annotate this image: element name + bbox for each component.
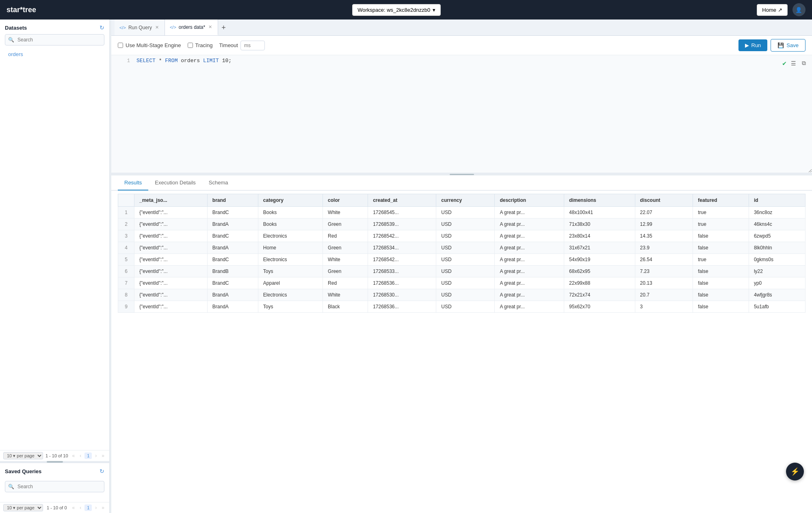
cell-category: Electronics bbox=[258, 230, 323, 242]
cell-featured: false bbox=[693, 301, 749, 313]
schema-tab[interactable]: Schema bbox=[202, 175, 235, 190]
cell-description: A great pr... bbox=[495, 289, 564, 301]
cell-color: White bbox=[323, 254, 368, 266]
avatar-icon: 👤 bbox=[795, 7, 802, 13]
cell-featured: false bbox=[693, 266, 749, 277]
datasets-refresh-button[interactable]: ↻ bbox=[100, 24, 104, 31]
cell-brand: BrandC bbox=[207, 254, 258, 266]
sq-next-page-button[interactable]: › bbox=[93, 504, 98, 511]
cell-meta: {"eventId":"... bbox=[134, 277, 208, 289]
col-header-rownum bbox=[118, 194, 134, 207]
cell-category: Electronics bbox=[258, 254, 323, 266]
datasets-search-input[interactable] bbox=[5, 34, 104, 45]
cell-discount: 22.07 bbox=[635, 207, 693, 219]
cell-description: A great pr... bbox=[495, 277, 564, 289]
saved-queries-search-input[interactable] bbox=[5, 481, 104, 492]
cell-brand: BrandA bbox=[207, 301, 258, 313]
add-tab-button[interactable]: + bbox=[218, 24, 229, 31]
cell-meta: {"eventId":"... bbox=[134, 289, 208, 301]
cell-dimensions: 23x80x14 bbox=[564, 230, 635, 242]
data-table-wrapper: _meta_jso... brand category color create… bbox=[111, 190, 812, 513]
cell-created-at: 17268530... bbox=[368, 289, 436, 301]
tracing-checkbox[interactable] bbox=[188, 43, 193, 48]
lightning-icon: ⚡ bbox=[790, 467, 799, 476]
table-row: 9 {"eventId":"... BrandA Toys Black 1726… bbox=[118, 301, 806, 313]
sq-pagination-controls: « ‹ 1 › » bbox=[70, 504, 106, 511]
cell-brand: BrandB bbox=[207, 266, 258, 277]
sq-prev-page-button[interactable]: ‹ bbox=[78, 504, 83, 511]
execution-tab[interactable]: Execution Details bbox=[148, 175, 202, 190]
sq-last-page-button[interactable]: » bbox=[100, 504, 106, 511]
next-page-button[interactable]: › bbox=[93, 452, 98, 459]
results-tab[interactable]: Results bbox=[118, 175, 148, 190]
per-page-select[interactable]: 10 ▾ per page bbox=[3, 452, 43, 459]
table-name: orders bbox=[181, 58, 203, 64]
saved-queries-section: Saved Queries ↻ 🔍 bbox=[0, 463, 109, 500]
last-page-button[interactable]: » bbox=[100, 452, 106, 459]
run-button[interactable]: ▶ Run bbox=[738, 39, 768, 51]
per-page-wrap: 10 ▾ per page bbox=[3, 452, 43, 459]
line-number-1: 1 bbox=[118, 58, 130, 64]
cell-rownum: 6 bbox=[118, 266, 134, 277]
tab-run-query[interactable]: </> Run Query ✕ bbox=[115, 19, 165, 35]
schema-tab-label: Schema bbox=[209, 180, 228, 186]
editor-format-button[interactable]: ☰ bbox=[790, 59, 797, 68]
sq-first-page-button[interactable]: « bbox=[70, 504, 76, 511]
cell-description: A great pr... bbox=[495, 230, 564, 242]
user-avatar[interactable]: 👤 bbox=[793, 3, 806, 16]
tab-orders-code-icon: </> bbox=[170, 25, 176, 30]
cell-dimensions: 72x21x74 bbox=[564, 289, 635, 301]
prev-page-button[interactable]: ‹ bbox=[78, 452, 83, 459]
cell-color: Green bbox=[323, 219, 368, 230]
cell-featured: false bbox=[693, 289, 749, 301]
cell-created-at: 17268534... bbox=[368, 242, 436, 254]
cell-currency: USD bbox=[436, 277, 495, 289]
cell-brand: BrandC bbox=[207, 277, 258, 289]
datasets-search-wrap: 🔍 bbox=[5, 34, 104, 45]
sq-page-range: 1 - 10 of 0 bbox=[47, 505, 67, 510]
editor-copy-button[interactable]: ⧉ bbox=[801, 58, 807, 68]
cell-id: ly22 bbox=[749, 266, 805, 277]
cell-rownum: 5 bbox=[118, 254, 134, 266]
cell-id: 46kns4c bbox=[749, 219, 805, 230]
cell-featured: true bbox=[693, 207, 749, 219]
workspace-selector[interactable]: Workspace: ws_2kc8e2dnzzb0 ▾ bbox=[352, 4, 441, 16]
code-line-1[interactable]: SELECT * FROM orders LIMIT 10; bbox=[136, 58, 806, 64]
sq-per-page-select[interactable]: 10 ▾ per page bbox=[3, 504, 43, 511]
chevron-down-icon: ▾ bbox=[433, 7, 435, 13]
check-icon: ✔ bbox=[782, 59, 786, 67]
tab-run-query-close[interactable]: ✕ bbox=[154, 25, 160, 30]
home-button[interactable]: Home ↗ bbox=[757, 4, 788, 16]
tracing-checkbox-wrap[interactable]: Tracing bbox=[188, 42, 213, 48]
floating-action-button[interactable]: ⚡ bbox=[786, 463, 804, 481]
multi-stage-checkbox[interactable] bbox=[118, 43, 123, 48]
cell-created-at: 17268542... bbox=[368, 254, 436, 266]
table-body: 1 {"eventId":"... BrandC Books White 172… bbox=[118, 207, 806, 313]
limit-number: 10; bbox=[222, 58, 232, 64]
saved-queries-refresh-button[interactable]: ↻ bbox=[100, 468, 104, 474]
cell-color: Green bbox=[323, 266, 368, 277]
cell-meta: {"eventId":"... bbox=[134, 266, 208, 277]
cell-featured: false bbox=[693, 277, 749, 289]
sidebar: Datasets ↻ 🔍 orders 10 ▾ per page 1 - 10… bbox=[0, 19, 110, 513]
multi-stage-checkbox-wrap[interactable]: Use Multi-Stage Engine bbox=[118, 42, 181, 48]
cell-meta: {"eventId":"... bbox=[134, 254, 208, 266]
results-area: Results Execution Details Schema _meta_j… bbox=[111, 175, 812, 513]
sq-per-page-wrap: 10 ▾ per page bbox=[3, 504, 43, 511]
first-page-button[interactable]: « bbox=[71, 452, 77, 459]
tab-orders-data-close[interactable]: ✕ bbox=[208, 25, 213, 29]
cell-meta: {"eventId":"... bbox=[134, 207, 208, 219]
editor-actions: ✔ ☰ ⧉ bbox=[782, 58, 807, 68]
logo-text: star*tree bbox=[6, 6, 36, 14]
cell-meta: {"eventId":"... bbox=[134, 230, 208, 242]
cell-rownum: 1 bbox=[118, 207, 134, 219]
dataset-item-orders[interactable]: orders bbox=[5, 49, 104, 60]
cell-rownum: 9 bbox=[118, 301, 134, 313]
save-button[interactable]: 💾 Save bbox=[771, 39, 806, 52]
table-row: 3 {"eventId":"... BrandC Electronics Red… bbox=[118, 230, 806, 242]
timeout-input[interactable] bbox=[240, 41, 265, 50]
cell-currency: USD bbox=[436, 254, 495, 266]
cell-color: White bbox=[323, 207, 368, 219]
tab-orders-data[interactable]: </> orders data* ✕ bbox=[165, 19, 218, 35]
editor-area[interactable]: 1 SELECT * FROM orders LIMIT 10; ✔ ☰ ⧉ bbox=[111, 55, 812, 173]
